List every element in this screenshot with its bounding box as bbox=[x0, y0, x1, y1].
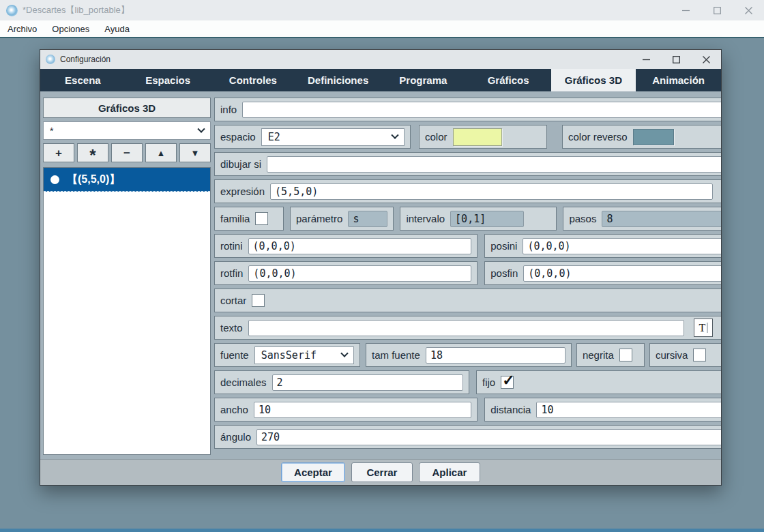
move-down-button[interactable]: ▼ bbox=[179, 143, 211, 162]
move-up-button[interactable]: ▲ bbox=[145, 143, 177, 162]
fijo-group: fijo bbox=[476, 370, 721, 394]
fuente-group: fuente SansSerif bbox=[214, 343, 360, 367]
parametro-input bbox=[348, 211, 387, 227]
dibujar-si-group: dibujar si bbox=[214, 152, 721, 176]
expresion-input[interactable] bbox=[270, 183, 713, 200]
tab-graficos-3d[interactable]: Gráficos 3D bbox=[551, 69, 636, 91]
rotini-label: rotini bbox=[220, 240, 243, 252]
posfin-group: posfin bbox=[484, 261, 721, 285]
negrita-group: negrita bbox=[576, 343, 645, 367]
dialog-footer: Aceptar Cerrar Aplicar bbox=[40, 459, 721, 485]
cursiva-checkbox[interactable] bbox=[693, 349, 706, 361]
tab-definiciones[interactable]: Definiciones bbox=[295, 69, 381, 91]
ancho-input[interactable] bbox=[254, 402, 471, 418]
minimize-icon bbox=[643, 56, 650, 63]
decimales-input[interactable] bbox=[272, 374, 463, 391]
menu-opciones[interactable]: Opciones bbox=[44, 20, 97, 38]
dialog-minimize-button[interactable] bbox=[631, 50, 661, 69]
color-swatch[interactable] bbox=[453, 128, 502, 146]
list-item-selected[interactable]: 【(5,5,0)】 bbox=[44, 168, 210, 192]
app-titlebar: *Descartes【lib_portable】 bbox=[0, 0, 764, 20]
info-input[interactable] bbox=[242, 102, 721, 118]
object-filter-select[interactable]: * bbox=[43, 121, 211, 140]
fuente-select[interactable]: SansSerif bbox=[254, 346, 354, 364]
dialog-close-button[interactable] bbox=[691, 50, 721, 69]
cerrar-button[interactable]: Cerrar bbox=[351, 462, 413, 482]
rotini-input[interactable] bbox=[248, 238, 472, 254]
angulo-label: ángulo bbox=[220, 431, 251, 443]
window-bottom-border bbox=[0, 529, 764, 532]
cursiva-group: cursiva bbox=[649, 343, 721, 367]
fijo-label: fijo bbox=[482, 376, 495, 388]
texto-label: texto bbox=[220, 322, 243, 334]
filter-value: * bbox=[50, 125, 53, 136]
dibujar-si-label: dibujar si bbox=[220, 158, 261, 170]
espacio-group: espacio E2 bbox=[214, 125, 411, 149]
menu-archivo[interactable]: Archivo bbox=[0, 20, 44, 38]
add-object-button[interactable]: + bbox=[43, 143, 74, 162]
minimize-icon bbox=[682, 7, 690, 14]
tab-controles[interactable]: Controles bbox=[211, 69, 296, 91]
fuente-label: fuente bbox=[220, 349, 249, 361]
decimales-label: decimales bbox=[220, 376, 267, 388]
tab-espacios[interactable]: Espacios bbox=[126, 69, 211, 91]
tam-fuente-input[interactable] bbox=[426, 347, 565, 364]
espacio-select[interactable]: E2 bbox=[261, 128, 405, 146]
tab-graficos[interactable]: Gráficos bbox=[466, 69, 551, 91]
tam-fuente-label: tam fuente bbox=[372, 349, 420, 361]
objects-panel: Gráficos 3D * + * − ▲ ▼ 【(5,5,0)】 bbox=[43, 98, 211, 455]
ancho-label: ancho bbox=[220, 404, 248, 415]
distancia-input[interactable] bbox=[536, 402, 721, 418]
maximize-icon bbox=[714, 7, 721, 14]
fuente-value: SansSerif bbox=[261, 349, 317, 361]
rotfin-input[interactable] bbox=[248, 265, 471, 282]
espacio-label: espacio bbox=[220, 131, 256, 143]
cortar-label: cortar bbox=[220, 295, 246, 306]
familia-label: familia bbox=[220, 213, 250, 224]
dialog-titlebar: Configuración bbox=[40, 50, 721, 69]
text-cursor-icon bbox=[707, 323, 708, 333]
pasos-input bbox=[602, 211, 721, 227]
tab-animacion[interactable]: Animación bbox=[636, 69, 721, 91]
color-reverso-group: color reverso bbox=[562, 125, 721, 149]
app-minimize-button[interactable] bbox=[670, 0, 701, 20]
menubar: Archivo Opciones Ayuda bbox=[0, 20, 764, 38]
dibujar-si-input[interactable] bbox=[267, 156, 721, 173]
texto-group: texto T Rtf bbox=[214, 316, 721, 340]
fijo-checkbox[interactable] bbox=[501, 376, 514, 389]
texto-input[interactable] bbox=[248, 320, 685, 336]
color-group: color bbox=[419, 125, 547, 149]
dialog-maximize-button[interactable] bbox=[661, 50, 691, 69]
app-maximize-button[interactable] bbox=[701, 0, 733, 20]
duplicate-object-button[interactable]: * bbox=[77, 143, 108, 162]
posini-input[interactable] bbox=[523, 238, 721, 254]
menu-ayuda[interactable]: Ayuda bbox=[97, 20, 137, 38]
color-label: color bbox=[425, 131, 447, 143]
rotfin-label: rotfin bbox=[220, 267, 243, 279]
close-icon bbox=[745, 7, 752, 14]
espacio-value: E2 bbox=[268, 131, 280, 143]
rotfin-group: rotfin bbox=[214, 261, 478, 285]
angulo-input[interactable] bbox=[256, 429, 721, 445]
plain-text-icon: T bbox=[699, 322, 706, 334]
familia-checkbox[interactable] bbox=[255, 212, 268, 225]
expresion-label: expresión bbox=[220, 186, 265, 197]
remove-object-button[interactable]: − bbox=[111, 143, 143, 162]
plain-text-button[interactable]: T bbox=[694, 319, 713, 337]
aceptar-button[interactable]: Aceptar bbox=[281, 462, 345, 482]
color-reverso-swatch[interactable] bbox=[633, 129, 674, 145]
posfin-label: posfin bbox=[490, 267, 518, 279]
cortar-checkbox[interactable] bbox=[252, 294, 265, 307]
negrita-checkbox[interactable] bbox=[619, 349, 632, 361]
dialog-descartes-icon bbox=[46, 55, 55, 64]
app-close-button[interactable] bbox=[733, 0, 764, 20]
posfin-input[interactable] bbox=[523, 265, 721, 282]
tab-programa[interactable]: Programa bbox=[381, 69, 466, 91]
aplicar-button[interactable]: Aplicar bbox=[419, 462, 480, 482]
chevron-down-icon bbox=[197, 125, 205, 132]
tab-escena[interactable]: Escena bbox=[40, 69, 126, 91]
object-list[interactable]: 【(5,5,0)】 bbox=[43, 167, 211, 455]
cortar-group: cortar bbox=[214, 289, 721, 312]
color-reverso-label: color reverso bbox=[568, 131, 628, 143]
point-bullet-icon bbox=[50, 175, 59, 184]
